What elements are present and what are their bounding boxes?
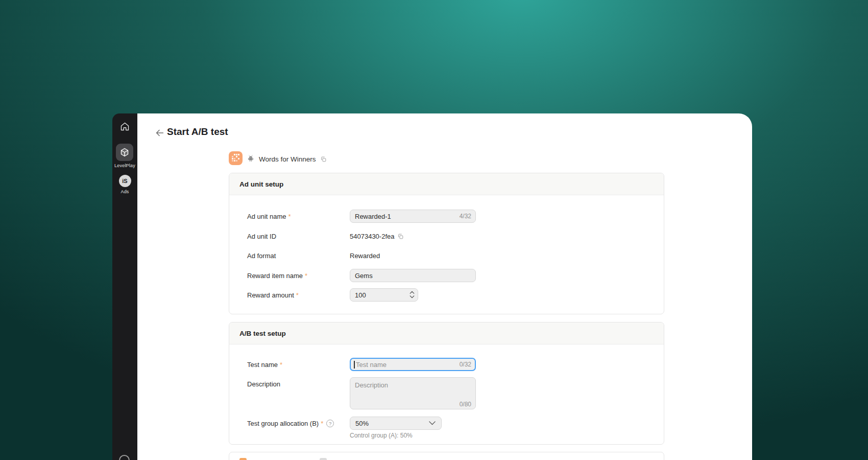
section-title: A/B test setup — [239, 330, 286, 337]
chevron-down-icon — [428, 420, 436, 427]
char-counter: 0/80 — [460, 401, 471, 408]
section-header: A/B test setup — [229, 323, 664, 344]
sidebar-item-label: LevelPlay — [114, 163, 135, 168]
back-button[interactable] — [154, 127, 165, 139]
copy-ad-unit-id-icon[interactable] — [397, 233, 404, 240]
field-label: Ad format — [247, 252, 276, 260]
description-row: Description 0/80 — [229, 377, 664, 409]
app-name: Words for Winners — [259, 155, 316, 163]
field-label: Ad unit name* — [247, 213, 291, 220]
app-row: Words for Winners — [229, 152, 327, 166]
app-icon — [229, 151, 243, 167]
field-label: Test name* — [247, 361, 282, 369]
copy-app-name-icon[interactable] — [320, 156, 327, 163]
number-stepper[interactable] — [409, 290, 415, 299]
sidebar-item-label: Ads — [120, 189, 129, 194]
field-label: Test group allocation (B)* ? — [247, 420, 334, 427]
android-icon — [247, 154, 255, 165]
allocation-value: 50% — [355, 420, 369, 427]
ironsource-icon: iS — [119, 175, 131, 187]
allocation-select[interactable]: 50% — [350, 417, 442, 430]
sidebar: LevelPlay iS Ads — [112, 113, 137, 460]
reward-amount-row: Reward amount* — [229, 288, 664, 302]
char-counter: 4/32 — [460, 213, 471, 220]
group-b-chip — [320, 458, 327, 460]
home-icon — [119, 121, 130, 134]
test-group-allocation-row: Test group allocation (B)* ? 50% — [229, 416, 664, 430]
reward-amount-input[interactable] — [350, 288, 418, 302]
ad-format-row: Ad format Rewarded — [229, 248, 664, 263]
group-a-chip — [239, 458, 247, 460]
test-name-input[interactable] — [350, 358, 476, 371]
levelplay-icon — [116, 144, 133, 161]
sidebar-item-levelplay[interactable]: LevelPlay — [114, 144, 135, 168]
ad-unit-setup-card: Ad unit setup Ad unit name* 4/32 Ad unit… — [229, 173, 664, 314]
section-title: Ad unit setup — [239, 180, 283, 188]
ad-unit-name-row: Ad unit name* 4/32 — [229, 209, 664, 223]
section-header: Ad unit setup — [229, 173, 664, 195]
text-caret — [354, 361, 355, 369]
field-label: Reward amount* — [247, 291, 299, 299]
ad-unit-id-row: Ad unit ID 54073430-2fea — [229, 229, 664, 243]
required-marker: * — [321, 420, 323, 427]
help-tooltip-icon[interactable]: ? — [326, 420, 334, 427]
ad-unit-name-input[interactable] — [350, 210, 476, 223]
field-label: Ad unit ID — [247, 233, 276, 240]
sidebar-item-ads[interactable]: iS Ads — [119, 175, 131, 194]
reward-item-name-input[interactable] — [350, 269, 476, 282]
field-label: Reward item name* — [247, 272, 307, 280]
main-panel: Start A/B test — [137, 113, 752, 460]
required-marker: * — [296, 291, 299, 299]
field-label: Description — [247, 380, 280, 388]
description-textarea[interactable] — [350, 377, 476, 409]
control-group-helper: Control group (A): 50% — [350, 432, 413, 439]
reward-item-name-row: Reward item name* — [229, 268, 664, 283]
page-title: Start A/B test — [167, 126, 228, 137]
required-marker: * — [280, 361, 282, 369]
next-section-card — [229, 452, 664, 460]
ad-unit-id-value: 54073430-2fea — [350, 233, 394, 240]
help-icon[interactable] — [119, 455, 130, 460]
char-counter: 0/32 — [460, 361, 471, 368]
required-marker: * — [288, 213, 291, 220]
required-marker: * — [305, 272, 307, 280]
sidebar-item-home[interactable] — [119, 121, 130, 134]
test-name-row: Test name* 0/32 — [229, 357, 664, 372]
ab-test-setup-card: A/B test setup Test name* 0/32 Descripti… — [229, 322, 664, 445]
ad-format-value: Rewarded — [350, 252, 380, 260]
